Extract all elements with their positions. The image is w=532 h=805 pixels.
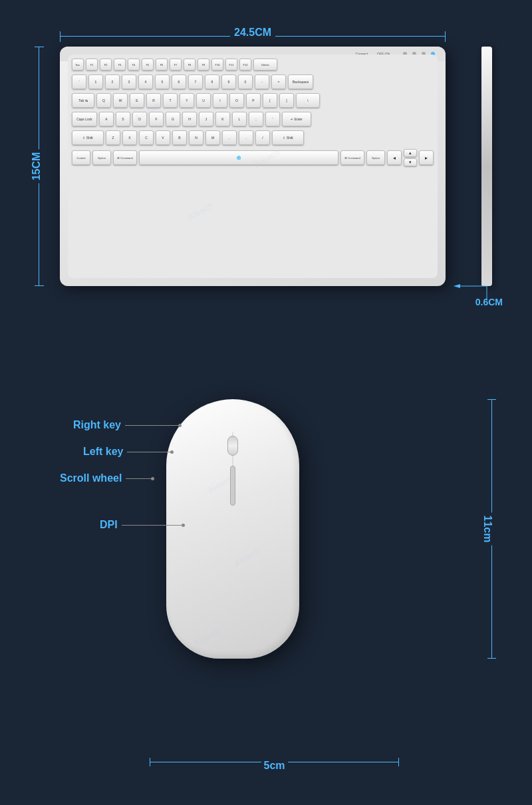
- left-key-annotation: Left key: [83, 446, 174, 458]
- svg-marker-2: [454, 284, 460, 288]
- keyboard-section: 24.5CM 15CM Connect OFF·ON Esc F1 F2 F3 …: [20, 27, 512, 333]
- key-option-left: Option: [92, 150, 111, 165]
- key-period: .: [239, 130, 253, 145]
- key-slash: /: [255, 130, 270, 145]
- key-command-right: ⌘ Command: [340, 150, 364, 165]
- key-8: 8: [205, 75, 219, 89]
- dpi-annotation: DPI: [100, 519, 185, 531]
- asdf-row: Caps Lock A S D F G H J K L ; ' ↵ Enter: [68, 109, 438, 128]
- key-x: X: [122, 130, 137, 145]
- key-j: J: [199, 112, 213, 126]
- key-delete: Delete: [253, 59, 277, 71]
- key-f11: F11: [225, 59, 237, 71]
- mouse-height-label: 11cm: [482, 513, 494, 546]
- right-key-dot: [178, 424, 182, 427]
- key-p: P: [246, 93, 261, 108]
- key-f12: F12: [239, 59, 251, 71]
- key-y: Y: [180, 93, 194, 108]
- number-row: ` 1 2 3 4 5 6 7 8 9 0 - = Backspace: [68, 72, 438, 90]
- key-l: L: [232, 112, 247, 126]
- key-3: 3: [122, 75, 136, 89]
- key-9: 9: [221, 75, 236, 89]
- dim-bot-tick: [35, 285, 44, 286]
- left-key-label: Left key: [83, 446, 123, 458]
- key-0: 0: [238, 75, 253, 89]
- key-capslock: Caps Lock: [72, 112, 97, 126]
- left-key-dot: [170, 450, 174, 454]
- dim-left-tick: [60, 31, 61, 42]
- zxcv-row: ⇧ Shift Z X C V B N M , . / ⇧ Shift: [68, 128, 438, 146]
- key-v: V: [156, 130, 170, 145]
- key-5: 5: [155, 75, 170, 89]
- key-1: 1: [88, 75, 103, 89]
- dpi-label: DPI: [100, 519, 118, 531]
- key-semicolon: ;: [249, 112, 263, 126]
- key-f1: F1: [86, 59, 98, 71]
- keyboard-width-dimension: 24.5CM: [60, 27, 446, 47]
- key-6: 6: [172, 75, 186, 89]
- key-quote: ': [265, 112, 280, 126]
- key-arrow-right: ▸: [419, 150, 434, 165]
- mouse-dpi-button: [230, 466, 235, 506]
- key-shift-left: ⇧ Shift: [72, 130, 104, 145]
- keyboard-side-view: [481, 47, 492, 286]
- key-2: 2: [105, 75, 120, 89]
- key-backtick: `: [72, 75, 86, 89]
- dim-mouse-top-tick: [487, 399, 496, 400]
- key-c: C: [139, 130, 154, 145]
- dim-mouse-bot-tick: [487, 658, 496, 659]
- key-f: F: [149, 112, 164, 126]
- keyboard-inner: Esc F1 F2 F3 F4 F5 F6 F7 F8 F9 F10 F11 F…: [68, 55, 438, 278]
- key-m: M: [205, 130, 220, 145]
- keyboard-width-label: 24.5CM: [230, 27, 275, 39]
- key-a: A: [99, 112, 114, 126]
- key-ctrl-left: Control: [72, 150, 90, 165]
- key-f5: F5: [142, 59, 154, 71]
- key-backslash: \: [296, 93, 320, 108]
- key-f9: F9: [198, 59, 209, 71]
- right-key-annotation: Right key: [73, 419, 182, 431]
- dim-right-tick: [445, 31, 446, 42]
- key-k: K: [215, 112, 230, 126]
- scroll-wheel-line: [126, 478, 151, 479]
- key-f8: F8: [184, 59, 196, 71]
- key-q: Q: [96, 93, 111, 108]
- key-n: N: [189, 130, 203, 145]
- depth-arrow-svg: [447, 279, 500, 313]
- mouse-width-dimension: 5cm: [150, 752, 399, 772]
- left-key-line: [127, 452, 170, 452]
- key-option-right: Option: [366, 150, 385, 165]
- key-comma: ,: [222, 130, 237, 145]
- dpi-line: [122, 525, 182, 526]
- key-b: B: [172, 130, 187, 145]
- dim-mouse-left-tick: [150, 758, 150, 766]
- mouse-section: Right key Left key Scroll wheel DPI 11cm…: [20, 359, 512, 785]
- scroll-wheel-annotation: Scroll wheel: [60, 472, 154, 484]
- key-f2: F2: [100, 59, 112, 71]
- keyboard-height-dimension: 15CM: [20, 47, 60, 286]
- key-arrow-up: ▴: [404, 149, 417, 157]
- dpi-dot: [182, 524, 185, 527]
- fn-row: Esc F1 F2 F3 F4 F5 F6 F7 F8 F9 F10 F11 F…: [68, 55, 438, 72]
- key-equal: =: [271, 75, 286, 89]
- key-z: Z: [106, 130, 120, 145]
- key-space: 🌐: [139, 150, 338, 165]
- key-f4: F4: [128, 59, 140, 71]
- right-key-label: Right key: [73, 419, 121, 431]
- scroll-wheel-dot: [151, 477, 154, 480]
- bottom-row: Control Option ⌘ Command 🌐 ⌘ Command Opt…: [68, 146, 438, 169]
- key-t: T: [163, 93, 178, 108]
- key-i: I: [213, 93, 227, 108]
- mouse-body: [166, 399, 299, 659]
- key-r: R: [146, 93, 161, 108]
- key-f7: F7: [170, 59, 182, 71]
- key-h: H: [182, 112, 197, 126]
- mouse-scroll-wheel: [227, 436, 238, 456]
- right-key-line: [125, 425, 178, 426]
- key-o: O: [229, 93, 244, 108]
- key-f6: F6: [156, 59, 168, 71]
- keyboard-body: Connect OFF·ON Esc F1 F2 F3 F4 F5 F6 F7 …: [60, 47, 446, 286]
- key-u: U: [196, 93, 211, 108]
- qwerty-row: Tab ↹ Q W E R T Y U I O P [ ] \: [68, 90, 438, 109]
- key-enter: ↵ Enter: [282, 112, 311, 126]
